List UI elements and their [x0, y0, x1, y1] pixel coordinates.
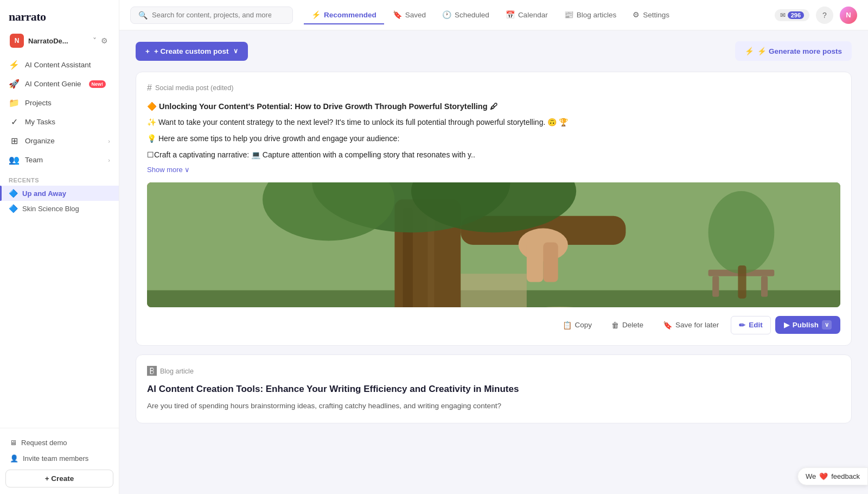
recent-item-up-and-away[interactable]: 🔷 Up and Away: [0, 186, 119, 201]
post-headline: 🔶 Unlocking Your Content's Potential: Ho…: [147, 100, 840, 112]
post-image: [147, 182, 840, 307]
save-for-later-button[interactable]: 🔖 Save for later: [655, 316, 726, 334]
tab-label: Settings: [643, 11, 669, 19]
main-content: 🔍 ⚡ Recommended 🔖 Saved 🕐 Scheduled 📅 Ca…: [119, 0, 868, 494]
sidebar-item-organize[interactable]: ⊞ Organize ›: [0, 131, 119, 150]
sidebar-item-team[interactable]: 👥 Team ›: [0, 150, 119, 169]
create-custom-post-button[interactable]: + + Create custom post ∨: [136, 42, 248, 61]
chevron-right-icon: ›: [108, 138, 110, 144]
clock-tab-icon: 🕐: [442, 10, 451, 19]
action-bar: + + Create custom post ∨ ⚡ ⚡ Generate mo…: [136, 41, 852, 61]
trash-icon: 🗑: [611, 321, 619, 330]
mail-icon: ✉: [780, 11, 786, 19]
blog-title: AI Content Creation Tools: Enhance Your …: [147, 383, 840, 396]
tab-saved[interactable]: 🔖 Saved: [385, 6, 433, 24]
feedback-text: feedback: [831, 472, 860, 480]
request-demo-link[interactable]: 🖥 Request demo: [5, 435, 113, 451]
tab-scheduled[interactable]: 🕐 Scheduled: [435, 6, 497, 24]
recent-item-label: Up and Away: [22, 189, 66, 198]
sidebar-item-label: Projects: [25, 99, 52, 107]
tab-recommended[interactable]: ⚡ Recommended: [304, 6, 384, 24]
svg-rect-2: [461, 274, 527, 307]
tab-label: Blog articles: [577, 11, 617, 19]
generate-lightning-icon: ⚡: [745, 47, 754, 55]
sidebar-item-my-tasks[interactable]: ✓ My Tasks: [0, 112, 119, 131]
topbar: 🔍 ⚡ Recommended 🔖 Saved 🕐 Scheduled 📅 Ca…: [119, 0, 868, 30]
delete-label: Delete: [622, 321, 643, 329]
copy-button[interactable]: 📋 Copy: [555, 316, 600, 334]
plus-icon: +: [145, 47, 150, 55]
generate-label: ⚡ Generate more posts: [757, 47, 842, 55]
edit-label: Edit: [749, 321, 763, 329]
workspace-chevron-icon[interactable]: ˅: [92, 35, 98, 46]
tab-label: Calendar: [518, 11, 548, 19]
invite-team-members-link[interactable]: 👤 Invite team members: [5, 451, 113, 466]
create-button[interactable]: + Create: [5, 470, 113, 487]
post-type-text: Social media post (edited): [155, 84, 234, 92]
search-input[interactable]: [152, 11, 271, 19]
recents-list: 🔷 Up and Away 🔷 Skin Science Blog: [0, 186, 119, 216]
tab-label: Scheduled: [455, 11, 489, 19]
search-box[interactable]: 🔍: [130, 7, 293, 24]
save-for-later-label: Save for later: [675, 321, 719, 329]
tab-settings[interactable]: ⚙ Settings: [625, 6, 677, 24]
chevron-right-icon: ›: [108, 157, 110, 163]
tab-label: Recommended: [324, 11, 376, 19]
sidebar-item-ai-content-assistant[interactable]: ⚡ AI Content Assistant: [0, 55, 119, 74]
sidebar-item-label: Organize: [25, 137, 55, 145]
blog-excerpt: Are you tired of spending hours brainsto…: [147, 401, 840, 412]
folder-icon: 📁: [9, 98, 20, 108]
search-icon: 🔍: [138, 11, 148, 20]
sidebar-item-ai-content-genie[interactable]: 🚀 AI Content Genie New!: [0, 74, 119, 93]
svg-point-16: [709, 191, 775, 274]
recents-label: Recents: [0, 172, 119, 186]
news-tab-icon: 📰: [564, 10, 573, 19]
dropdown-chevron-icon: ∨: [233, 47, 238, 55]
sidebar-logo-area: narrato: [0, 0, 119, 30]
show-more-button[interactable]: Show more ∨: [147, 166, 840, 174]
workspace-name: NarratoDe...: [28, 37, 68, 45]
post-content: 🔶 Unlocking Your Content's Potential: Ho…: [147, 100, 840, 174]
blog-type-label: 🅱 Blog article: [147, 366, 840, 377]
diamond-icon: 🔷: [9, 204, 18, 213]
post-line-4: ☐Craft a captivating narrative: 💻 Captur…: [147, 149, 840, 161]
recent-item-skin-science-blog[interactable]: 🔷 Skin Science Blog: [0, 201, 119, 216]
pencil-icon: ✏: [739, 321, 745, 330]
create-post-label: + Create custom post: [154, 47, 229, 55]
post-type-label: # Social media post (edited): [147, 83, 840, 93]
help-icon[interactable]: ?: [816, 7, 833, 24]
recent-item-label: Skin Science Blog: [22, 205, 79, 213]
copy-icon: 📋: [563, 321, 572, 330]
delete-button[interactable]: 🗑 Delete: [604, 316, 651, 334]
social-post-card: # Social media post (edited) 🔶 Unlocking…: [136, 72, 852, 346]
generate-more-posts-button[interactable]: ⚡ ⚡ Generate more posts: [735, 41, 852, 61]
sidebar-item-projects[interactable]: 📁 Projects: [0, 93, 119, 112]
post-line-3: 💡 Here are some tips to help you drive g…: [147, 133, 840, 145]
sidebar: narrato N NarratoDe... ˅ ⚙ ⚡ AI Content …: [0, 0, 119, 494]
copy-label: Copy: [575, 321, 592, 329]
heart-icon: ❤️: [819, 472, 828, 480]
monitor-icon: 🖥: [10, 439, 17, 447]
main-nav: ⚡ AI Content Assistant 🚀 AI Content Geni…: [0, 53, 119, 172]
user-avatar[interactable]: N: [840, 7, 857, 24]
publish-button[interactable]: ▶ Publish ∨: [775, 316, 840, 334]
tab-calendar[interactable]: 📅 Calendar: [498, 6, 556, 24]
sidebar-item-label: AI Content Assistant: [25, 61, 91, 69]
request-demo-label: Request demo: [21, 439, 67, 447]
workspace-settings-icon[interactable]: ⚙: [100, 35, 109, 46]
publish-label: Publish: [793, 321, 819, 329]
tab-blog-articles[interactable]: 📰 Blog articles: [557, 6, 624, 24]
person-add-icon: 👤: [10, 454, 18, 463]
hash-icon: #: [147, 83, 152, 93]
bookmark-tab-icon: 🔖: [393, 10, 402, 19]
mail-badge[interactable]: ✉ 296: [775, 9, 809, 21]
gear-tab-icon: ⚙: [633, 10, 640, 19]
feedback-bubble[interactable]: We ❤️ feedback: [797, 467, 868, 485]
tree-illustration: [147, 182, 840, 307]
content-area: + + Create custom post ∨ ⚡ ⚡ Generate mo…: [119, 30, 868, 494]
rocket-icon: 🚀: [9, 79, 20, 89]
workspace-selector[interactable]: N NarratoDe... ˅ ⚙: [3, 30, 116, 51]
edit-button[interactable]: ✏ Edit: [731, 316, 771, 334]
publish-dropdown-chevron-icon[interactable]: ∨: [822, 320, 832, 330]
sidebar-item-label: My Tasks: [25, 118, 55, 126]
